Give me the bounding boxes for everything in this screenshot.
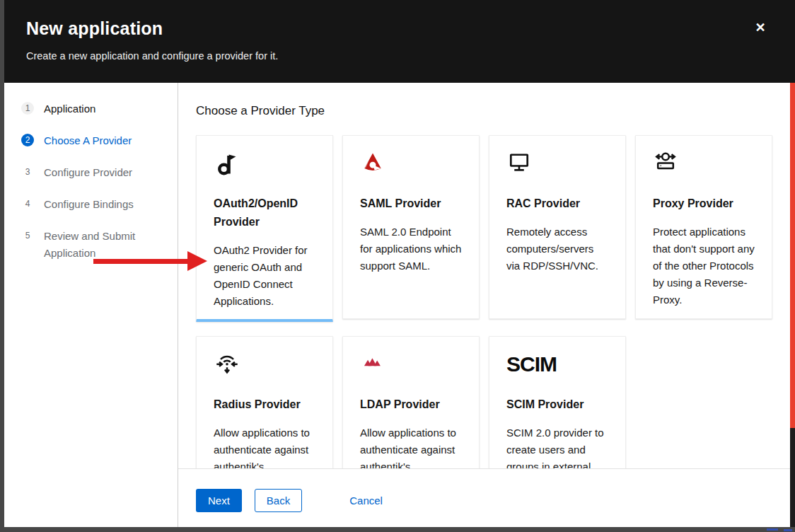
radius-icon xyxy=(214,351,315,379)
panel-heading: Choose a Provider Type xyxy=(196,104,772,118)
card-title: Radius Provider xyxy=(214,395,315,414)
step-label: Application xyxy=(44,100,95,117)
step-number: 4 xyxy=(21,197,34,210)
wizard-step-review-and-submit[interactable]: 5 Review and Submit Application xyxy=(21,228,165,262)
wizard-footer: Next Back Cancel xyxy=(178,468,790,527)
ldap-mountains-icon xyxy=(360,351,462,379)
card-description: Allow applications to authenticate again… xyxy=(214,424,315,468)
provider-card-oauth2-openid[interactable]: OAuth2/OpenID Provider OAuth2 Provider f… xyxy=(196,135,333,322)
step-label: Review and Submit Application xyxy=(44,228,165,262)
step-number: 1 xyxy=(21,102,34,115)
card-title: SCIM Provider xyxy=(506,395,608,414)
background-page-fragment xyxy=(784,529,792,531)
page-title: New application xyxy=(26,18,795,39)
modal-header: New application Create a new application… xyxy=(4,0,795,83)
card-description: SAML 2.0 Endpoint for applications which… xyxy=(360,224,462,274)
scim-logo-text: SCIM xyxy=(506,351,608,378)
rac-monitor-icon xyxy=(506,150,608,178)
card-title: RAC Provider xyxy=(506,195,608,213)
background-strip xyxy=(790,428,795,527)
card-description: Remotely access computers/servers via RD… xyxy=(506,224,608,274)
step-number: 5 xyxy=(21,229,34,242)
saml-icon xyxy=(360,150,462,178)
wizard-step-application[interactable]: 1 Application xyxy=(21,100,165,117)
background-page-fragment xyxy=(767,528,778,531)
card-description: SCIM 2.0 provider to create users and gr… xyxy=(506,424,608,468)
step-number: 2 xyxy=(21,134,34,146)
close-icon: ✕ xyxy=(755,21,765,35)
page-subtitle: Create a new application and configure a… xyxy=(26,50,795,62)
wizard-step-configure-bindings[interactable]: 4 Configure Bindings xyxy=(21,196,165,213)
step-label: Configure Bindings xyxy=(44,196,134,213)
card-description: Allow applications to authenticate again… xyxy=(360,424,462,468)
provider-card-rac[interactable]: RAC Provider Remotely access computers/s… xyxy=(489,135,626,319)
wizard-step-configure-provider[interactable]: 3 Configure Provider xyxy=(21,164,165,181)
card-title: Proxy Provider xyxy=(653,195,755,213)
wizard-steps-sidebar: 1 Application 2 Choose A Provider 3 Conf… xyxy=(4,83,178,527)
provider-cards-grid: OAuth2/OpenID Provider OAuth2 Provider f… xyxy=(196,135,772,468)
provider-card-ldap[interactable]: LDAP Provider Allow applications to auth… xyxy=(342,336,480,468)
step-label: Configure Provider xyxy=(44,164,132,181)
card-title: LDAP Provider xyxy=(360,395,462,414)
card-title: SAML Provider xyxy=(360,195,462,213)
card-description: Protect applications that don't support … xyxy=(653,224,755,308)
next-button[interactable]: Next xyxy=(196,489,242,512)
back-button[interactable]: Back xyxy=(255,489,302,512)
openid-icon xyxy=(214,150,315,178)
provider-card-scim[interactable]: SCIM SCIM Provider SCIM 2.0 provider to … xyxy=(489,336,626,468)
card-title: OAuth2/OpenID Provider xyxy=(214,195,315,231)
provider-card-proxy[interactable]: Proxy Provider Protect applications that… xyxy=(635,135,772,319)
provider-card-saml[interactable]: SAML Provider SAML 2.0 Endpoint for appl… xyxy=(342,135,480,319)
provider-card-radius[interactable]: Radius Provider Allow applications to au… xyxy=(196,336,333,468)
wizard-step-choose-a-provider[interactable]: 2 Choose A Provider xyxy=(21,132,165,149)
provider-type-panel: Choose a Provider Type OAuth2/OpenID Pro… xyxy=(178,83,790,468)
proxy-icon xyxy=(653,150,755,178)
step-number: 3 xyxy=(21,166,34,178)
cancel-link[interactable]: Cancel xyxy=(349,489,383,512)
page-scrollbar-thumb[interactable] xyxy=(790,83,795,428)
scim-logo: SCIM xyxy=(506,351,608,379)
step-label: Choose A Provider xyxy=(44,132,132,149)
close-button[interactable]: ✕ xyxy=(751,18,770,37)
card-description: OAuth2 Provider for generic OAuth and Op… xyxy=(214,242,315,310)
